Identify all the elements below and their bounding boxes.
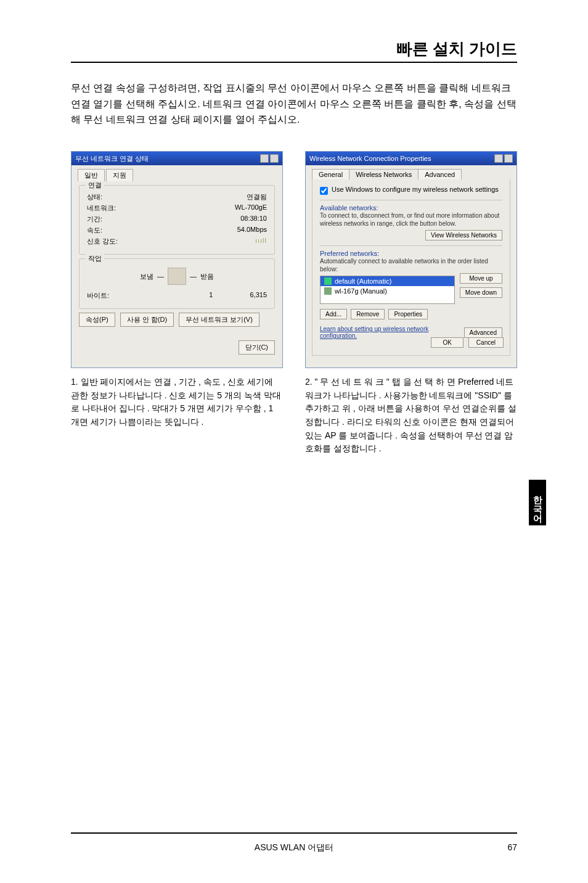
properties-button[interactable]: Properties (388, 309, 428, 319)
help-icon[interactable] (494, 154, 503, 163)
duration-label: 기간: (87, 215, 102, 224)
status-dialog-title: 무선 네트워크 연결 상태 (75, 154, 149, 163)
available-networks-text: To connect to, disconnect from, or find … (320, 212, 502, 228)
activity-group-title: 작업 (86, 254, 104, 263)
move-up-button[interactable]: Move up (460, 273, 502, 284)
list-item-label: wl-167g (Manual) (335, 287, 387, 295)
view-wireless-networks-button[interactable]: View Wireless Networks (425, 230, 502, 240)
help-icon[interactable] (260, 154, 269, 163)
disable-button[interactable]: 사용 안 함(D) (120, 313, 174, 327)
close-icon[interactable] (504, 154, 513, 163)
antenna-icon (324, 277, 332, 285)
bytes-recv-value: 6,315 (250, 291, 267, 300)
tab-general[interactable]: 일반 (78, 169, 105, 181)
language-tab: 한국어 (529, 480, 546, 525)
page-title: 빠른 설치 가이드 (396, 38, 517, 60)
status-label: 상태: (87, 192, 102, 202)
properties-dialog-title: Wireless Network Connection Properties (309, 155, 431, 162)
sent-label: 보냄 (140, 272, 153, 281)
status-tabs: 일반 지원 (71, 165, 282, 181)
rule-top (71, 62, 517, 63)
computer-icon (168, 268, 186, 285)
close-icon[interactable] (270, 154, 279, 163)
cancel-button[interactable]: Cancel (468, 337, 504, 348)
intro-paragraph: 무선 연결 속성을 구성하려면, 작업 표시줄의 무선 아이콘에서 마우스 오른… (71, 80, 517, 128)
move-down-button[interactable]: Move down (460, 287, 502, 298)
activity-group: 작업 보냄 — — 받음 바이트: 1 6,315 (79, 258, 275, 309)
duration-value: 08:38:10 (240, 215, 267, 224)
tab-general[interactable]: General (312, 169, 349, 179)
window-controls (494, 154, 513, 163)
properties-button[interactable]: 속성(P) (79, 313, 115, 327)
status-value: 연결됨 (247, 192, 267, 202)
speed-value: 54.0Mbps (237, 226, 267, 235)
speed-label: 속도: (87, 226, 102, 235)
caption-left: 1. 일반 페이지에서는 연결 , 기간 , 속도 , 신호 세기에 관한 정보… (71, 376, 283, 429)
close-button[interactable]: 닫기(C) (239, 340, 275, 355)
properties-dialog: Wireless Network Connection Properties G… (305, 151, 517, 368)
network-value: WL-700gE (235, 203, 267, 213)
use-windows-checkbox-label: Use Windows to configure my wireless net… (332, 186, 499, 193)
tab-wireless-networks[interactable]: Wireless Networks (349, 169, 419, 179)
properties-tabs: General Wireless Networks Advanced (306, 165, 517, 179)
tab-support[interactable]: 지원 (106, 169, 133, 181)
add-button[interactable]: Add... (320, 309, 347, 319)
antenna-icon (324, 287, 332, 295)
preferred-networks-text: Automatically connect to available netwo… (320, 257, 502, 273)
footer-center: ASUS WLAN 어댑터 (71, 842, 517, 853)
tab-advanced[interactable]: Advanced (418, 169, 462, 179)
recv-label: 받음 (200, 272, 214, 281)
status-dialog: 무선 네트워크 연결 상태 일반 지원 연결 상태:연결됨 네트워크:WL-70… (71, 151, 283, 368)
use-windows-checkbox[interactable]: Use Windows to configure my wireless net… (320, 186, 502, 195)
bytes-label: 바이트: (87, 291, 109, 300)
use-windows-checkbox-input[interactable] (320, 187, 328, 195)
available-networks-heading: Available networks: (320, 200, 502, 212)
list-item-label: default (Automatic) (335, 277, 391, 285)
caption-right: 2. " 무 선 네 트 워 크 " 탭 을 선 택 하 면 Preferred… (305, 376, 517, 456)
list-item[interactable]: default (Automatic) (321, 276, 454, 286)
window-controls (260, 154, 279, 163)
rule-bottom (71, 832, 517, 834)
connection-group-title: 연결 (86, 181, 104, 190)
signal-bars-icon: ıııll (255, 237, 267, 246)
advanced-button[interactable]: Advanced (464, 327, 502, 338)
remove-button[interactable]: Remove (351, 309, 385, 319)
list-item[interactable]: wl-167g (Manual) (321, 286, 454, 296)
view-networks-button[interactable]: 무선 네트워크 보기(V) (179, 313, 259, 327)
signal-label: 신호 강도: (87, 237, 118, 246)
bytes-sent-value: 1 (209, 291, 213, 300)
ok-button[interactable]: OK (431, 337, 463, 348)
connection-group: 연결 상태:연결됨 네트워크:WL-700gE 기간:08:38:10 속도:5… (79, 185, 275, 255)
preferred-networks-heading: Preferred networks: (320, 245, 502, 257)
preferred-networks-list[interactable]: default (Automatic) wl-167g (Manual) (320, 276, 455, 304)
network-label: 네트워크: (87, 203, 116, 213)
